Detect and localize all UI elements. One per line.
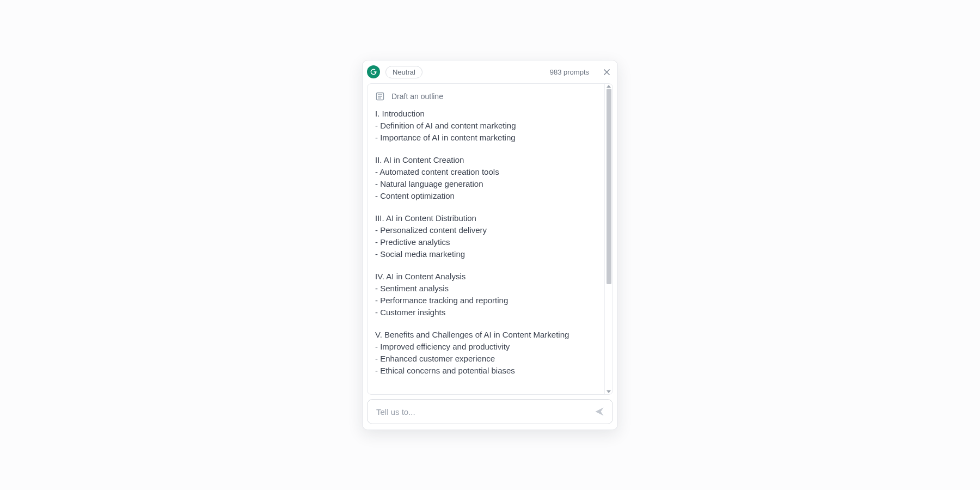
close-button[interactable] (601, 66, 612, 77)
action-row: Draft an outline (375, 91, 597, 101)
outline-section: I. Introduction- Definition of AI and co… (375, 108, 597, 143)
outline-bullet: - Enhanced customer experience (375, 353, 597, 365)
prompts-count: 983 prompts (550, 68, 589, 76)
prompt-input-bar (367, 399, 613, 424)
outline-section: IV. AI in Content Analysis- Sentiment an… (375, 271, 597, 318)
assistant-panel: Neutral 983 prompts Draft an outline (362, 60, 618, 430)
outline-bullet: - Importance of AI in content marketing (375, 132, 597, 144)
outline-bullet: - Definition of AI and content marketing (375, 120, 597, 132)
outline-section-heading: V. Benefits and Challenges of AI in Cont… (375, 329, 597, 341)
outline-bullet: - Customer insights (375, 307, 597, 318)
send-button[interactable] (592, 404, 607, 419)
outline-section-heading: I. Introduction (375, 108, 597, 120)
outline-bullet: - Sentiment analysis (375, 283, 597, 295)
outline-section: II. AI in Content Creation- Automated co… (375, 154, 597, 201)
outline-section-heading: IV. AI in Content Analysis (375, 271, 597, 283)
close-icon (603, 69, 610, 76)
send-icon (594, 406, 605, 417)
content-scroll: Draft an outline I. Introduction- Defini… (367, 84, 604, 394)
action-label: Draft an outline (391, 92, 443, 101)
grammarly-logo-icon (367, 65, 380, 78)
outline-bullet: - Improved efficiency and productivity (375, 341, 597, 353)
outline-section: III. AI in Content Distribution- Persona… (375, 212, 597, 260)
outline-icon (375, 91, 385, 101)
content-area: Draft an outline I. Introduction- Defini… (367, 83, 613, 395)
scrollbar[interactable] (604, 84, 612, 394)
outline-bullet: - Automated content creation tools (375, 166, 597, 178)
scrollbar-thumb[interactable] (607, 89, 611, 284)
scrollbar-track[interactable] (607, 89, 611, 389)
prompt-input[interactable] (376, 407, 586, 416)
scroll-up-icon[interactable] (607, 85, 611, 88)
outline-body: I. Introduction- Definition of AI and co… (375, 108, 597, 376)
outline-bullet: - Social media marketing (375, 248, 597, 260)
outline-bullet: - Ethical concerns and potential biases (375, 365, 597, 377)
outline-bullet: - Natural language generation (375, 178, 597, 190)
outline-bullet: - Content optimization (375, 190, 597, 202)
tone-chip[interactable]: Neutral (385, 66, 422, 78)
outline-section: V. Benefits and Challenges of AI in Cont… (375, 329, 597, 376)
panel-header: Neutral 983 prompts (363, 60, 617, 83)
outline-bullet: - Performance tracking and reporting (375, 295, 597, 307)
outline-bullet: - Predictive analytics (375, 236, 597, 248)
outline-section-heading: III. AI in Content Distribution (375, 212, 597, 224)
scroll-down-icon[interactable] (607, 390, 611, 393)
outline-section-heading: II. AI in Content Creation (375, 154, 597, 166)
outline-bullet: - Personalized content delivery (375, 224, 597, 236)
